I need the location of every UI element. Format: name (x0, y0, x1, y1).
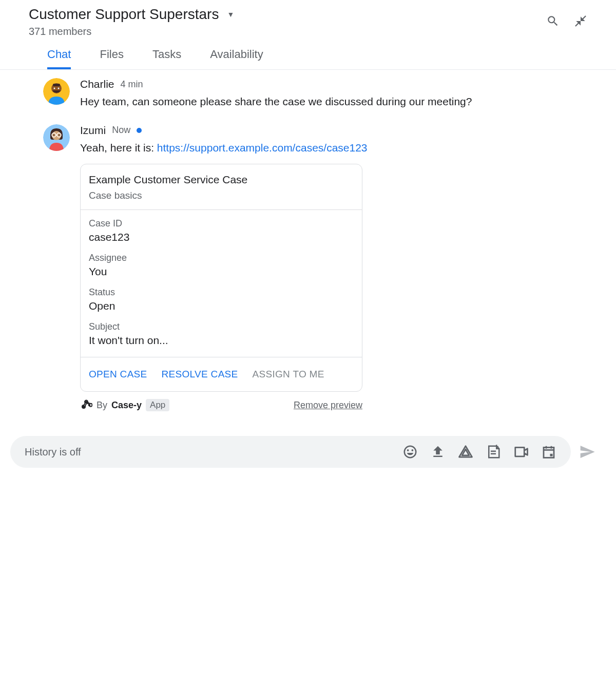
calendar-icon[interactable] (541, 444, 556, 460)
chevron-down-icon: ▼ (227, 10, 234, 18)
message-text: Yeah, here it is: https://support.exampl… (80, 140, 587, 156)
field-label: Assignee (89, 253, 354, 263)
avatar (43, 124, 70, 151)
message-author: Izumi (80, 124, 106, 137)
status-indicator-icon (137, 128, 142, 133)
card-attribution: By Case-y App (80, 399, 169, 411)
preview-card: Example Customer Service Case Case basic… (80, 164, 362, 392)
tab-files[interactable]: Files (100, 48, 123, 69)
assign-to-me-button[interactable]: ASSIGN TO ME (253, 369, 324, 380)
message-author: Charlie (80, 78, 114, 90)
field-value: You (89, 265, 354, 278)
svg-rect-2 (53, 84, 60, 86)
card-title: Example Customer Service Case (89, 174, 354, 186)
svg-point-11 (59, 134, 60, 136)
svg-point-10 (53, 134, 55, 136)
svg-point-14 (88, 404, 90, 406)
drive-icon[interactable] (458, 444, 473, 460)
webhook-icon (80, 399, 92, 411)
space-title: Customer Support Superstars (29, 6, 219, 23)
message-text-prefix: Yeah, here it is: (80, 142, 157, 154)
open-case-button[interactable]: OPEN CASE (89, 369, 147, 380)
attribution-prefix: By (97, 400, 107, 411)
field-label: Status (89, 287, 354, 298)
tab-tasks[interactable]: Tasks (152, 48, 181, 69)
field-value: case123 (89, 231, 354, 243)
chat-message: Charlie 4 min Hey team, can someone plea… (43, 78, 587, 110)
svg-rect-15 (550, 454, 553, 456)
tab-availability[interactable]: Availability (210, 48, 263, 69)
tab-chat[interactable]: Chat (47, 48, 71, 69)
message-text: Hey team, can someone please share the c… (80, 93, 587, 110)
avatar (43, 78, 70, 105)
message-composer[interactable]: History is off (10, 436, 571, 468)
resolve-case-button[interactable]: RESOLVE CASE (162, 369, 238, 380)
case-link[interactable]: https://support.example.com/cases/case12… (157, 142, 368, 154)
field-value: Open (89, 300, 354, 312)
docs-icon[interactable] (486, 444, 501, 460)
svg-point-3 (54, 88, 55, 89)
search-icon[interactable] (546, 14, 560, 28)
member-count: 371 members (29, 26, 546, 37)
send-icon[interactable] (579, 444, 595, 460)
composer-placeholder: History is off (25, 446, 390, 458)
remove-preview-link[interactable]: Remove preview (294, 400, 362, 411)
attribution-app-name: Case-y (111, 400, 142, 411)
upload-icon[interactable] (430, 444, 446, 460)
message-time: 4 min (121, 79, 143, 90)
message-time: Now (112, 125, 130, 136)
field-value: It won't turn on... (89, 334, 354, 347)
app-badge: App (146, 399, 169, 411)
chat-message: Izumi Now Yeah, here it is: https://supp… (43, 124, 587, 412)
svg-point-13 (85, 401, 87, 403)
card-subtitle: Case basics (89, 190, 354, 201)
svg-point-4 (58, 88, 60, 89)
field-label: Case ID (89, 218, 354, 229)
field-label: Subject (89, 321, 354, 332)
svg-point-6 (52, 131, 61, 140)
emoji-icon[interactable] (402, 444, 418, 460)
collapse-icon[interactable] (574, 14, 587, 28)
svg-point-12 (83, 406, 85, 408)
tabs-bar: Chat Files Tasks Availability (0, 37, 616, 70)
video-icon[interactable] (513, 444, 529, 460)
space-title-row[interactable]: Customer Support Superstars ▼ (29, 6, 546, 23)
